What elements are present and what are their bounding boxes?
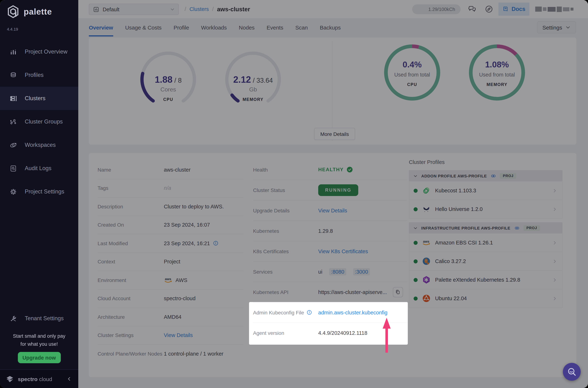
sidebar-item-project-overview[interactable]: Project Overview [0,40,78,63]
tab-backups[interactable]: Backups [320,18,341,36]
chat-icon[interactable] [468,5,476,13]
status-dot-icon [414,207,418,211]
detail-row-health: HealthHEALTHY [253,160,407,180]
profile-item-hello-universe-1-2-0[interactable]: Hello Universe 1.2.0 [409,200,563,218]
detail-row-k8s-certificates: K8s CertificatesView K8s Certificates [253,241,407,262]
service-port-link[interactable]: :3000 [353,268,370,275]
chevron-right-icon [552,277,557,282]
cluster-profiles-panel: Cluster Profiles ADDON PROFILE AWS-PROFI… [409,159,563,312]
metrics-divider [332,41,332,141]
tab-events[interactable]: Events [267,18,283,36]
detail-label: K8s Certificates [253,248,318,254]
breadcrumb-current: aws-cluster [217,6,250,13]
breadcrumb-separator: / [185,6,186,12]
profile-item-kubecost-1-103-3[interactable]: Kubecost 1.103.3 [409,181,563,200]
cluster-profiles-groups: ADDON PROFILE AWS-PROFILEPROJKubecost 1.… [409,170,563,308]
detail-row-cloud-account: Cloud Accountspectro-cloud [98,290,244,308]
tab-profile[interactable]: Profile [174,18,189,36]
profile-item-calico-3-27-2[interactable]: Calico 3.27.2 [409,252,563,271]
upgrade-now-button[interactable]: Upgrade now [18,352,61,363]
compass-icon[interactable] [485,5,493,13]
logo[interactable]: palette [6,4,52,19]
profile-group-header[interactable]: ADDON PROFILE AWS-PROFILEPROJ [409,170,563,181]
donut-percentage: 0.4% [381,60,443,70]
layers-icon [9,71,17,79]
aws-logo-icon: aws [164,276,173,285]
search-tour-button[interactable] [563,363,581,381]
cluster-status-badge: RUNNING [318,184,359,196]
gauge-value: 2.12 / 33.64 [222,74,284,85]
sidebar-item-clusters[interactable]: Clusters [0,87,78,110]
palette-logo-icon [6,4,20,19]
sidebar-item-cluster-groups[interactable]: Cluster Groups [0,110,78,133]
info-icon[interactable] [213,241,218,246]
detail-value: 1 control-plane / 1 worker [164,351,223,357]
profile-item-name: Palette eXtended Kubernetes 1.29.8 [435,277,520,283]
gauge-label: CPU [137,97,199,102]
sidebar-item-label: Audit Logs [25,165,51,171]
docs-button[interactable]: Docs [498,2,529,16]
promo-line1: Start small and only pay [0,332,78,340]
chevron-right-icon [552,240,557,245]
profile-item-ubuntu-22-04[interactable]: Ubuntu 22.04 [409,289,563,308]
profile-item-amazon-ebs-csi-1-26-1[interactable]: awsAmazon EBS CSI 1.26.1 [409,234,563,252]
detail-row-control-plane-worker-nodes: Control Plane/Worker Nodes1 control-plan… [98,345,244,363]
topbar-right: 1.29/100kCh [412,0,573,18]
detail-label: Agent version [253,330,318,336]
cluster-details-card: Nameaws-clusterTagsn/aDescriptionCluster… [89,153,576,377]
donut-chart-memory-total: 1.08% Used from total MEMORY [466,42,528,114]
detail-link[interactable]: admin.aws-cluster.kubeconfig [318,310,387,315]
info-icon[interactable] [307,310,312,315]
project-selector[interactable]: Default [89,4,179,15]
calico-logo-icon [422,257,431,266]
svg-text:aws: aws [165,277,171,281]
tab-usage-costs[interactable]: Usage & Costs [125,18,161,36]
breadcrumb-separator: / [212,6,214,12]
aws-logo-icon: aws [422,238,431,247]
sidebar-item-audit-logs[interactable]: Audit Logs [0,157,78,180]
app-version: 4.4.19 [7,27,18,31]
sidebar: palette 4.4.19 Project OverviewProfilesC… [0,0,78,388]
profile-item-name: Kubecost 1.103.3 [435,188,476,194]
profile-item-palette-extended-kubernetes-1-29-8[interactable]: Palette eXtended Kubernetes 1.29.8 [409,271,563,289]
detail-link[interactable]: View Details [164,332,193,338]
pointer-arrow-icon [381,318,393,353]
detail-label: Control Plane/Worker Nodes [98,351,164,357]
chevron-down-icon [170,7,175,12]
settings-label: Settings [543,24,562,30]
sidebar-footer: spectro cloud [0,369,78,388]
status-dot-icon [414,241,418,245]
detail-value: 23 Sep 2024, 16:07 [164,222,210,228]
detail-link[interactable]: View K8s Certificates [318,248,368,254]
metrics-card: More Details 1.88 / 8 Cores CPU 2.12 / 3… [89,38,576,145]
service-port-link[interactable]: :8080 [329,268,346,275]
chevron-down-icon [413,174,418,178]
detail-label: Services [253,269,318,274]
sidebar-item-project-settings[interactable]: Project Settings [0,180,78,203]
detail-row-cluster-status: Cluster StatusRUNNING [253,180,407,200]
chevron-right-icon [552,188,557,193]
sidebar-item-tenant-settings[interactable]: Tenant Settings [0,307,78,330]
tab-nodes[interactable]: Nodes [239,18,255,36]
settings-button[interactable]: Settings [537,21,576,33]
breadcrumb-clusters-link[interactable]: Clusters [189,6,209,12]
user-name-redacted[interactable] [535,6,573,12]
detail-row-services: Servicesui:8080:3000 [253,262,407,282]
collapse-sidebar-button[interactable] [67,376,72,381]
tab-overview[interactable]: Overview [89,18,113,36]
donut-percentage: 1.08% [466,60,528,70]
health-status: HEALTHY [318,167,353,173]
services-value: ui:8080:3000 [318,268,370,275]
detail-link[interactable]: View Details [318,207,347,213]
tab-workloads[interactable]: Workloads [201,18,227,36]
gauge-label: MEMORY [222,97,284,102]
detail-label: Environment [98,277,164,283]
more-details-button[interactable]: More Details [314,128,355,140]
tab-scan[interactable]: Scan [295,18,308,36]
cluster-profiles-title: Cluster Profiles [409,159,563,165]
profile-item-name: Ubuntu 22.04 [435,295,467,301]
sidebar-item-workspaces[interactable]: Workspaces [0,133,78,157]
copy-icon[interactable] [393,287,403,297]
sidebar-item-profiles[interactable]: Profiles [0,63,78,87]
profile-group-header[interactable]: INFRASTRUCTURE PROFILE AWS-PROFILEPROJ [409,222,563,234]
